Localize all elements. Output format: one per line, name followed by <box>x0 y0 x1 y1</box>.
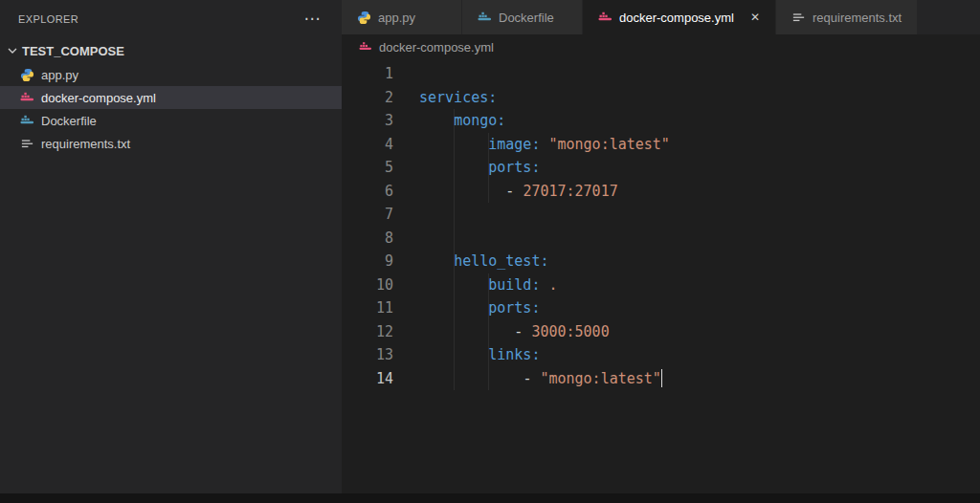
code-line-9[interactable]: hello_test: <box>419 250 980 273</box>
more-actions-icon[interactable]: ⋯ <box>304 14 321 24</box>
code-token: ports: <box>488 159 540 176</box>
line-number: 14 <box>342 367 393 391</box>
line-number: 9 <box>342 250 393 273</box>
tab-label: app.py <box>378 11 415 25</box>
docker-compose-icon <box>598 11 612 25</box>
line-number: 7 <box>342 203 393 227</box>
tab-label: Dockerfile <box>499 11 554 25</box>
tab-bar: app.pyDockerfiledocker-compose.yml✕requi… <box>342 0 980 34</box>
tab-label: requirements.txt <box>813 11 902 25</box>
tab-docker-compose.yml[interactable]: docker-compose.yml✕ <box>583 0 776 34</box>
code-line-2[interactable]: services: <box>419 86 980 110</box>
code-area[interactable]: services: mongo: image: "mongo:latest" p… <box>393 59 980 390</box>
line-number: 8 <box>342 227 393 251</box>
line-number: 13 <box>342 343 393 367</box>
code-line-5[interactable]: ports: <box>419 156 980 180</box>
code-token <box>419 183 505 200</box>
code-token: services: <box>419 89 497 106</box>
code-line-3[interactable]: mongo: <box>419 109 980 133</box>
code-line-10[interactable]: build: . <box>419 273 980 297</box>
text-file-icon <box>791 11 806 25</box>
code-token: build: <box>488 276 540 294</box>
indent-guide <box>488 133 489 204</box>
code-token <box>419 323 514 340</box>
code-line-13[interactable]: links: <box>419 343 980 367</box>
code-token: "mongo:latest" <box>548 136 669 153</box>
docker-compose-icon <box>20 91 34 105</box>
code-token: "mongo:latest" <box>540 370 660 387</box>
text-file-icon <box>20 137 34 151</box>
tab-Dockerfile[interactable]: Dockerfile <box>462 0 583 34</box>
code-line-14[interactable]: - "mongo:latest" <box>419 367 980 391</box>
explorer-sidebar: EXPLORER ⋯ TEST_COMPOSE app.pydocker-com… <box>0 0 342 503</box>
file-item-app.py[interactable]: app.py <box>0 63 342 86</box>
indent-guide <box>454 109 455 390</box>
explorer-header: EXPLORER ⋯ <box>0 0 342 38</box>
code-token <box>419 252 454 270</box>
line-number: 1 <box>342 62 393 86</box>
window-bottom-edge <box>0 493 980 503</box>
line-number: 5 <box>342 156 393 180</box>
file-list: app.pydocker-compose.ymlDockerfilerequir… <box>0 63 342 155</box>
text-cursor <box>661 369 663 387</box>
chevron-down-icon <box>5 43 20 58</box>
tab-label: docker-compose.yml <box>619 11 734 25</box>
line-number-gutter: 1234567891011121314 <box>342 59 393 390</box>
file-label: Dockerfile <box>41 114 97 128</box>
code-token <box>419 112 454 129</box>
file-label: app.py <box>41 68 78 82</box>
code-line-12[interactable]: - 3000:5000 <box>419 320 980 344</box>
file-item-docker-compose.yml[interactable]: docker-compose.yml <box>0 86 342 109</box>
code-line-11[interactable]: ports: <box>419 296 980 320</box>
explorer-title: EXPLORER <box>18 13 78 25</box>
docker-icon <box>20 114 34 128</box>
code-token: 27017:27017 <box>523 183 617 200</box>
line-number: 12 <box>342 320 393 344</box>
breadcrumb[interactable]: docker-compose.yml <box>342 34 980 59</box>
code-token: ports: <box>488 299 540 317</box>
file-item-Dockerfile[interactable]: Dockerfile <box>0 109 342 132</box>
line-number: 11 <box>342 296 393 320</box>
docker-icon <box>478 11 492 25</box>
indent-guide <box>488 273 489 391</box>
line-number: 3 <box>342 109 393 133</box>
code-token: hello_test: <box>454 252 548 270</box>
code-token: - <box>523 370 540 387</box>
file-item-requirements.txt[interactable]: requirements.txt <box>0 132 342 155</box>
code-line-1[interactable] <box>419 62 980 86</box>
code-token: links: <box>488 346 540 363</box>
vscode-window: EXPLORER ⋯ TEST_COMPOSE app.pydocker-com… <box>0 0 980 503</box>
code-token: mongo: <box>454 112 505 129</box>
close-tab-icon[interactable]: ✕ <box>750 11 760 24</box>
breadcrumb-item: docker-compose.yml <box>379 40 494 55</box>
file-label: docker-compose.yml <box>41 91 156 105</box>
code-line-8[interactable] <box>419 227 980 251</box>
code-line-6[interactable]: - 27017:27017 <box>419 180 980 204</box>
editor[interactable]: 1234567891011121314 services: mongo: ima… <box>342 59 980 503</box>
code-token: 3000:5000 <box>531 323 609 340</box>
code-token: - <box>505 183 523 200</box>
code-token: image: <box>488 136 540 153</box>
folder-test-compose[interactable]: TEST_COMPOSE <box>0 38 342 63</box>
python-icon <box>20 68 34 82</box>
line-number: 10 <box>342 273 393 297</box>
line-number: 4 <box>342 133 393 157</box>
folder-label: TEST_COMPOSE <box>22 44 124 58</box>
line-number: 2 <box>342 86 393 110</box>
code-token: . <box>548 276 557 294</box>
code-token <box>419 370 523 387</box>
code-line-4[interactable]: image: "mongo:latest" <box>419 133 980 157</box>
tab-app.py[interactable]: app.py <box>342 0 462 34</box>
docker-compose-icon <box>359 40 372 54</box>
editor-group: app.pyDockerfiledocker-compose.yml✕requi… <box>342 0 980 503</box>
python-icon <box>357 11 371 25</box>
file-label: requirements.txt <box>41 137 130 151</box>
tab-requirements.txt[interactable]: requirements.txt <box>776 0 918 34</box>
code-token: - <box>514 323 531 340</box>
code-line-7[interactable] <box>419 203 980 227</box>
line-number: 6 <box>342 180 393 204</box>
